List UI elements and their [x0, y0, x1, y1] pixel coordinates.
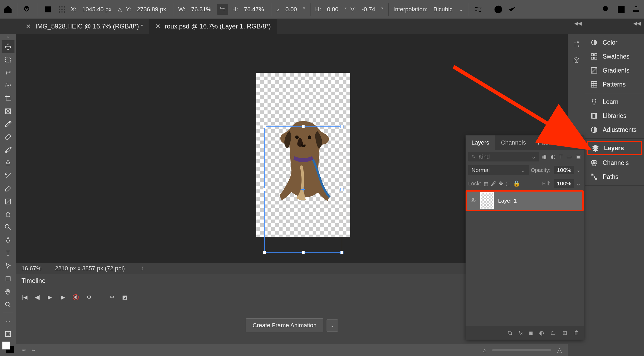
- scissors-icon[interactable]: ✂: [110, 294, 115, 300]
- y-value[interactable]: 2736.89 px: [135, 5, 168, 14]
- lock-artboard-icon[interactable]: ▢: [506, 180, 511, 187]
- tab-layers[interactable]: Layers: [466, 135, 495, 150]
- settings-icon[interactable]: ⚙: [87, 294, 92, 300]
- path-select-tool-icon[interactable]: [2, 260, 14, 272]
- edit-toolbar-icon[interactable]: ⋯: [2, 315, 14, 328]
- fx-icon[interactable]: fx: [518, 330, 523, 336]
- brush-tool-icon[interactable]: [2, 143, 14, 156]
- zoom-tool-icon[interactable]: [2, 298, 14, 311]
- lock-paint-icon[interactable]: 🖌: [491, 180, 496, 187]
- eraser-tool-icon[interactable]: [2, 182, 14, 195]
- skew-v-value[interactable]: -0.74: [360, 5, 377, 14]
- dodge-tool-icon[interactable]: [2, 221, 14, 234]
- prev-frame-icon[interactable]: ◀|: [35, 294, 40, 300]
- frames-icon[interactable]: ▫▫▫: [22, 347, 25, 353]
- hand-tool-icon[interactable]: [2, 285, 14, 298]
- new-layer-icon[interactable]: ⊞: [562, 330, 567, 336]
- reference-grid-icon[interactable]: [57, 4, 67, 15]
- mountain-small-icon[interactable]: △: [483, 348, 486, 353]
- share-icon[interactable]: [631, 4, 641, 15]
- transform-center-icon[interactable]: [301, 187, 305, 192]
- filter-smart-icon[interactable]: ▣: [576, 153, 581, 160]
- crop-tool-icon[interactable]: [2, 92, 14, 105]
- transform-mode-icon[interactable]: [23, 4, 33, 15]
- layers-panel[interactable]: Layers Channels Paths »≡ Kind ⌄ ▦ ◐ T ▭ …: [466, 135, 584, 340]
- quick-select-tool-icon[interactable]: [2, 79, 14, 92]
- x-value[interactable]: 1045.40 px: [80, 5, 114, 14]
- document-tab-1[interactable]: ✕ IMG_5928.HEIC @ 16.7% (RGB/8*) *: [20, 19, 149, 34]
- commit-icon[interactable]: [507, 4, 517, 15]
- pen-tool-icon[interactable]: [2, 234, 14, 247]
- panel-item-paths[interactable]: Paths: [585, 170, 644, 184]
- eyedropper-tool-icon[interactable]: [2, 118, 14, 131]
- transform-bounding-box[interactable]: [264, 126, 342, 253]
- transform-handle[interactable]: [340, 188, 343, 191]
- visibility-icon[interactable]: [470, 197, 476, 204]
- filter-shape-icon[interactable]: ▭: [566, 153, 572, 160]
- workspace-icon[interactable]: [616, 4, 626, 15]
- chevron-down-icon[interactable]: ⌄: [576, 180, 581, 187]
- panel-item-patterns[interactable]: Patterns: [585, 77, 644, 91]
- tab-close-icon[interactable]: ✕: [26, 23, 31, 30]
- collapse-icon[interactable]: ◀◀: [633, 20, 641, 26]
- filter-type-icon[interactable]: T: [559, 153, 563, 160]
- transform-handle[interactable]: [263, 251, 266, 254]
- layer-name[interactable]: Layer 1: [498, 197, 517, 204]
- history-brush-tool-icon[interactable]: [2, 169, 14, 182]
- chevron-down-icon[interactable]: ⌄: [458, 6, 463, 13]
- panel-item-libraries[interactable]: Libraries: [585, 109, 644, 123]
- ref-triangle-icon[interactable]: △: [118, 6, 122, 13]
- collapse-icon[interactable]: ◀◀: [574, 20, 582, 26]
- convert-icon[interactable]: ↪: [31, 348, 35, 353]
- color-swatches[interactable]: [2, 341, 14, 353]
- menu-icon[interactable]: ≡: [577, 139, 580, 146]
- transform-handle[interactable]: [263, 188, 266, 191]
- transform-handle[interactable]: [263, 125, 266, 128]
- mask-icon[interactable]: ◙: [529, 330, 533, 336]
- document-tab-2[interactable]: ✕ roux.psd @ 16.7% (Layer 1, RGB/8*): [149, 19, 277, 34]
- blend-mode-dropdown[interactable]: Normal⌄: [468, 165, 529, 175]
- warp-icon[interactable]: [473, 4, 483, 15]
- panel-item-channels[interactable]: Channels: [585, 156, 644, 170]
- filter-pixel-icon[interactable]: ▦: [541, 153, 547, 160]
- adjustment-layer-icon[interactable]: ◐: [539, 330, 544, 336]
- gradient-tool-icon[interactable]: [2, 195, 14, 208]
- frame-tool-icon[interactable]: [2, 105, 14, 118]
- move-tool-icon[interactable]: [2, 40, 14, 53]
- transform-handle[interactable]: [302, 251, 305, 254]
- next-frame-icon[interactable]: |▶: [59, 294, 65, 300]
- panel-item-learn[interactable]: Learn: [585, 95, 644, 109]
- cube-icon[interactable]: [573, 56, 580, 65]
- chevron-down-icon[interactable]: ⌄: [576, 167, 581, 173]
- lasso-tool-icon[interactable]: [2, 66, 14, 79]
- properties-icon[interactable]: [573, 40, 580, 49]
- interp-value[interactable]: Bicubic: [431, 5, 455, 14]
- fill-value[interactable]: 100%: [554, 179, 574, 188]
- type-tool-icon[interactable]: [2, 247, 14, 260]
- panel-item-swatches[interactable]: Swatches: [585, 49, 644, 63]
- transform-handle[interactable]: [340, 125, 343, 128]
- zoom-level[interactable]: 16.67%: [21, 265, 42, 272]
- panel-item-adjustments[interactable]: Adjustments: [585, 123, 644, 137]
- w-value[interactable]: 76.31%: [189, 5, 214, 14]
- stamp-tool-icon[interactable]: [2, 156, 14, 169]
- panel-item-layers[interactable]: Layers: [587, 141, 642, 155]
- tab-channels[interactable]: Channels: [495, 135, 532, 150]
- chevron-right-icon[interactable]: 〉: [141, 264, 147, 272]
- lock-transparency-icon[interactable]: ▩: [483, 180, 489, 187]
- healing-tool-icon[interactable]: [2, 131, 14, 143]
- tab-close-icon[interactable]: ✕: [155, 23, 160, 30]
- chevron-down-icon[interactable]: ⌄: [327, 319, 338, 332]
- marquee-tool-icon[interactable]: [2, 53, 14, 66]
- reference-point-icon[interactable]: [43, 4, 53, 15]
- filter-adjust-icon[interactable]: ◐: [551, 153, 555, 160]
- group-icon[interactable]: 🗀: [550, 330, 556, 336]
- expand-icon[interactable]: »: [570, 139, 573, 146]
- lock-position-icon[interactable]: ✥: [499, 180, 503, 187]
- skew-h-value[interactable]: 0.00: [325, 5, 341, 14]
- cancel-icon[interactable]: [493, 4, 503, 15]
- tab-paths[interactable]: Paths: [532, 135, 559, 150]
- link-layers-icon[interactable]: ⧉: [508, 330, 512, 336]
- transition-icon[interactable]: ◩: [122, 294, 127, 300]
- lock-all-icon[interactable]: 🔒: [513, 180, 520, 187]
